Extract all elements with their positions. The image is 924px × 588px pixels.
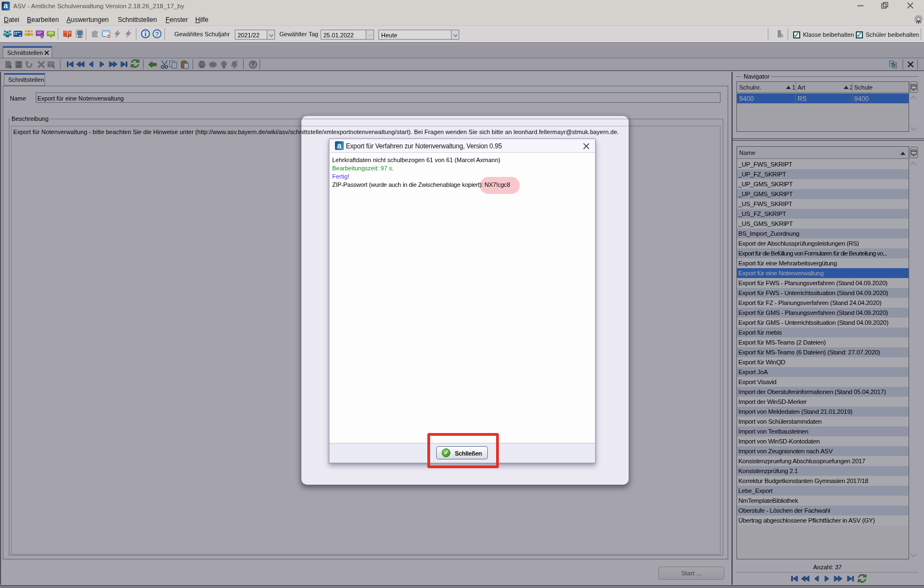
svg-text:?: ? bbox=[155, 31, 159, 37]
svg-text:?: ? bbox=[251, 62, 255, 68]
